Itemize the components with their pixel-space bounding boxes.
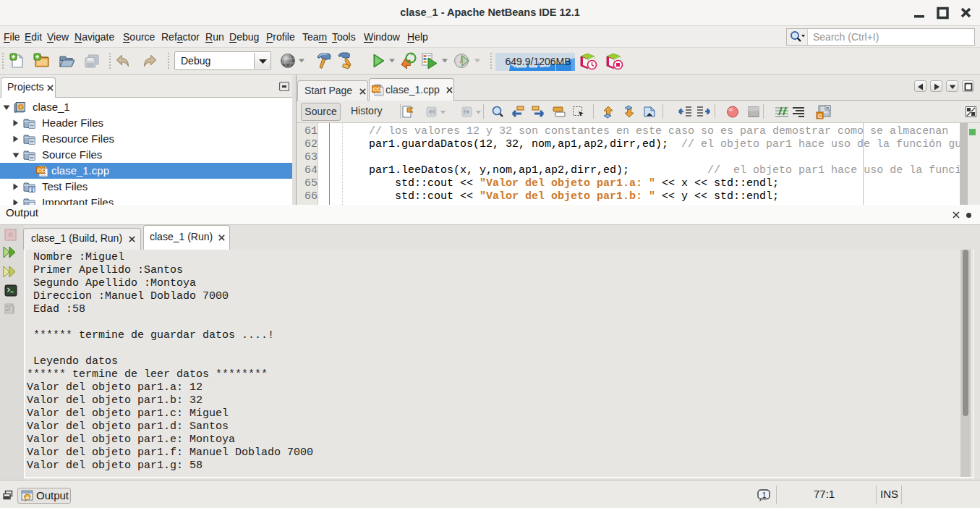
svg-text:1: 1: [762, 491, 767, 499]
svg-text:CC: CC: [373, 86, 382, 93]
svg-text:C: C: [818, 113, 822, 119]
svg-text:CC: CC: [38, 167, 46, 174]
svg-text:n: n: [826, 106, 829, 110]
svg-text:T: T: [30, 187, 35, 193]
